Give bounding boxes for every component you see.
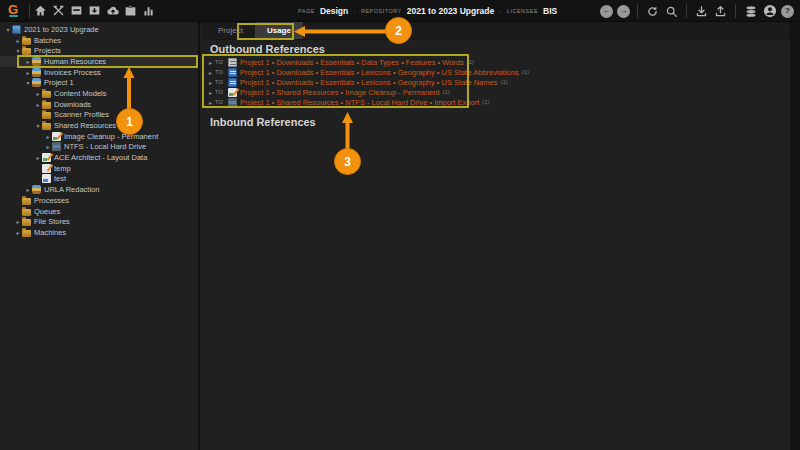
archive-box-icon[interactable] [69, 3, 84, 19]
expand-icon[interactable]: ▸ [14, 229, 22, 236]
tree-item-processes[interactable]: Processes [0, 195, 198, 206]
collapse-icon[interactable]: ▾ [34, 122, 42, 129]
tree-item-file-stores[interactable]: ▸File Stores [0, 216, 198, 227]
back-icon[interactable]: ← [600, 5, 613, 18]
collapse-icon[interactable]: ▾ [14, 47, 22, 54]
reference-link[interactable]: Project 1 • Downloads • Essentials • Lex… [240, 68, 519, 77]
page-icon [42, 164, 51, 173]
expand-icon[interactable]: ▸ [34, 154, 42, 161]
tab-usage[interactable]: Usage [255, 22, 303, 39]
tree-item-scanner-profiles[interactable]: Scanner Profiles [0, 110, 198, 121]
expand-icon[interactable]: ▸ [206, 89, 215, 96]
reference-row: ▸TOProject 1 • Downloads • Essentials • … [206, 57, 766, 67]
tree-item-label: temp [54, 164, 71, 173]
reference-link[interactable]: Project 1 • Shared Resources • NTFS - Lo… [240, 98, 479, 107]
page-test-icon [42, 174, 51, 183]
tree-item-content-models[interactable]: ▸Content Models [0, 88, 198, 99]
outbound-references-list: ▸TOProject 1 • Downloads • Essentials • … [206, 57, 766, 107]
collapse-icon[interactable]: ▾ [4, 26, 12, 33]
expand-icon[interactable]: ▸ [14, 218, 22, 225]
inbound-references-title: Inbound References [210, 116, 316, 128]
separator: · [353, 7, 356, 16]
to-label: TO [215, 69, 228, 75]
database-stack-icon[interactable] [743, 3, 758, 19]
expand-icon[interactable]: ▸ [34, 90, 42, 97]
help-icon[interactable]: ? [781, 5, 794, 18]
folder-icon [42, 102, 51, 109]
expand-icon[interactable]: ▸ [24, 69, 32, 76]
tree-item-temp[interactable]: temp [0, 163, 198, 174]
grooper-logo[interactable]: G [0, 4, 26, 17]
toolbar-divider [637, 4, 638, 18]
folder-icon [22, 219, 31, 226]
tree-item-test[interactable]: test [0, 174, 198, 185]
reference-count: (1) [500, 79, 507, 85]
tree-item-shared-resources[interactable]: ▾Shared Resources [0, 120, 198, 131]
cloud-upload-icon[interactable] [105, 3, 120, 19]
tree-item-downloads[interactable]: ▸Downloads [0, 99, 198, 110]
tree-item-project-1[interactable]: ▾Project 1 [0, 77, 198, 88]
image-profile-icon [52, 132, 61, 141]
page-value: Design [320, 6, 348, 16]
collapse-icon[interactable]: ▾ [24, 79, 32, 86]
tree-item-human-resources[interactable]: ▸Human Resources [0, 56, 198, 67]
expand-icon[interactable]: ▸ [206, 99, 215, 106]
tree-item-label: Downloads [54, 100, 91, 109]
lexicon-icon [228, 78, 237, 87]
lexicon-icon [228, 68, 237, 77]
expand-icon[interactable]: ▸ [34, 101, 42, 108]
image-profile-icon [228, 88, 237, 97]
tree-item-image-cleanup-permanent[interactable]: ▸Image Cleanup - Permanent [0, 131, 198, 142]
tree-item-urla-redaction[interactable]: ▸URLA Redaction [0, 184, 198, 195]
clipboard-icon[interactable] [123, 3, 138, 19]
tree-item-machines[interactable]: ▸Machines [0, 227, 198, 238]
tree-item-label: Invoices Process [44, 68, 101, 77]
tree-item-label: Queues [34, 207, 60, 216]
tree-item-batches[interactable]: ▸Batches [0, 35, 198, 46]
download-icon[interactable] [694, 3, 709, 19]
expand-icon[interactable]: ▸ [14, 37, 22, 44]
toolbar-divider [29, 4, 30, 18]
expand-icon[interactable]: ▸ [44, 133, 52, 140]
folder-icon [42, 91, 51, 98]
repository-label: REPOSITORY [361, 8, 402, 14]
folder-icon [22, 38, 31, 45]
right-edge-gutter [790, 22, 800, 450]
to-label: TO [215, 59, 228, 65]
tree-item-invoices-process[interactable]: ▸Invoices Process [0, 67, 198, 78]
tree-item-2021-to-2023-upgrade[interactable]: ▾2021 to 2023 Upgrade [0, 24, 198, 35]
expand-icon[interactable]: ▸ [206, 69, 215, 76]
to-label: TO [215, 99, 228, 105]
tree-item-queues[interactable]: Queues [0, 206, 198, 217]
user-icon[interactable] [762, 3, 777, 19]
tree-item-ace-architect-layout-data[interactable]: ▸ACE Architect - Layout Data [0, 152, 198, 163]
tools-icon[interactable] [51, 3, 66, 19]
reference-row: ▸TOProject 1 • Shared Resources • Image … [206, 87, 766, 97]
reference-link[interactable]: Project 1 • Downloads • Essentials • Dat… [240, 58, 464, 67]
expand-icon[interactable]: ▸ [206, 79, 215, 86]
reference-link[interactable]: Project 1 • Shared Resources • Image Cle… [240, 88, 440, 97]
tree-item-label: Shared Resources [54, 121, 116, 130]
forward-icon[interactable]: → [617, 5, 630, 18]
reference-link[interactable]: Project 1 • Downloads • Essentials • Lex… [240, 78, 497, 87]
upload-icon[interactable] [713, 3, 728, 19]
reference-row: ▸TOProject 1 • Shared Resources • NTFS -… [206, 97, 766, 107]
tree-item-ntfs-local-hard-drive[interactable]: ▸NTFS - Local Hard Drive [0, 142, 198, 153]
search-icon[interactable] [664, 3, 679, 19]
expand-icon[interactable]: ▸ [44, 143, 52, 150]
tab-project[interactable]: Project [206, 22, 255, 39]
refresh-icon[interactable] [645, 3, 660, 19]
reference-row: ▸TOProject 1 • Downloads • Essentials • … [206, 77, 766, 87]
home-icon[interactable] [33, 3, 48, 19]
reference-count: (1) [482, 99, 489, 105]
to-label: TO [215, 89, 228, 95]
expand-icon[interactable]: ▸ [206, 59, 215, 66]
bar-chart-icon[interactable] [141, 3, 156, 19]
reference-count: (1) [467, 59, 474, 65]
box-download-icon[interactable] [87, 3, 102, 19]
top-bar: G PAGE Design · REPOSITORY 2021 to 2023 [0, 0, 800, 22]
tree-item-projects[interactable]: ▾Projects [0, 45, 198, 56]
expand-icon[interactable]: ▸ [24, 186, 32, 193]
expand-icon[interactable]: ▸ [24, 58, 32, 65]
licensee-label: LICENSEE [507, 8, 538, 14]
